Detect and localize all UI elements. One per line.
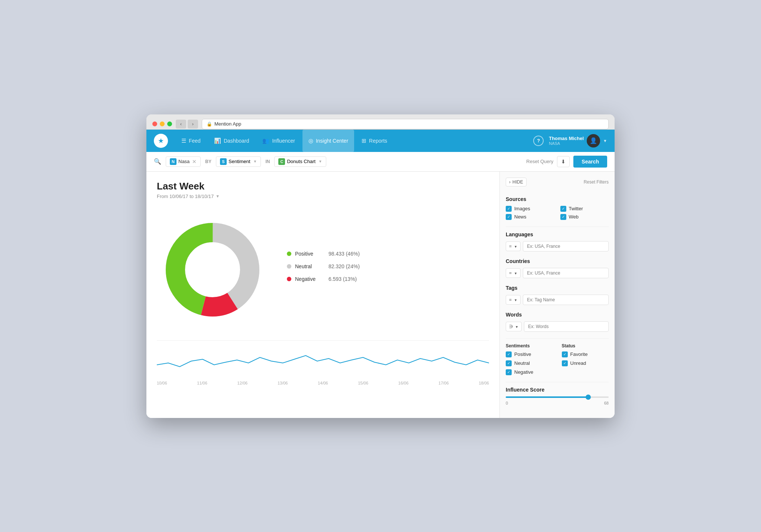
nav-item-influencer[interactable]: 👥 Influencer bbox=[256, 130, 301, 152]
browser-window: ‹ › 🔒 Mention App ★ ☰ Feed 📊 Dashboard bbox=[146, 114, 615, 418]
web-label: Web bbox=[569, 214, 579, 220]
nav-item-reports-label: Reports bbox=[369, 138, 387, 144]
positive-dot bbox=[287, 252, 291, 256]
sentiment-negative[interactable]: ✓ Negative bbox=[506, 369, 553, 375]
twitter-label: Twitter bbox=[569, 206, 583, 211]
sentiment-filter[interactable]: S Sentiment ▼ bbox=[216, 156, 261, 167]
nav-item-dashboard[interactable]: 📊 Dashboard bbox=[208, 130, 255, 152]
sentiment-neutral[interactable]: ✓ Neutral bbox=[506, 360, 553, 366]
address-bar[interactable]: 🔒 Mention App bbox=[202, 119, 609, 129]
date-range-chevron-icon[interactable]: ▼ bbox=[216, 194, 220, 198]
back-button[interactable]: ‹ bbox=[176, 120, 186, 129]
divider-1 bbox=[506, 227, 609, 227]
words-title: Words bbox=[506, 312, 609, 318]
source-twitter[interactable]: ✓ Twitter bbox=[560, 206, 609, 212]
words-op-select[interactable]: ∋ ▼ bbox=[506, 322, 522, 331]
neutral-label: Neutral bbox=[295, 263, 325, 269]
languages-title: Languages bbox=[506, 231, 609, 237]
countries-op-select[interactable]: = ▼ bbox=[506, 268, 521, 278]
web-checkbox[interactable]: ✓ bbox=[560, 214, 566, 220]
words-input-row: ∋ ▼ bbox=[506, 321, 609, 332]
source-images[interactable]: ✓ Images bbox=[506, 206, 554, 212]
sentiment-neutral-checkbox[interactable]: ✓ bbox=[506, 360, 512, 366]
languages-op-select[interactable]: = ▼ bbox=[506, 241, 521, 251]
close-button[interactable] bbox=[152, 121, 157, 126]
countries-input[interactable] bbox=[523, 268, 609, 278]
influence-slider-thumb[interactable] bbox=[586, 395, 591, 400]
help-button[interactable]: ? bbox=[533, 136, 544, 146]
sentiment-badge: S bbox=[220, 158, 227, 165]
divider-3 bbox=[506, 382, 609, 382]
sentiments-title: Sentiments bbox=[506, 343, 553, 348]
user-name: Thomas Michel bbox=[549, 136, 584, 142]
minimize-button[interactable] bbox=[160, 121, 165, 126]
reports-icon: ⊞ bbox=[362, 137, 366, 144]
reset-filters-button[interactable]: Reset Filters bbox=[584, 179, 609, 185]
source-web[interactable]: ✓ Web bbox=[560, 214, 609, 220]
images-checkbox[interactable]: ✓ bbox=[506, 206, 512, 212]
line-chart-svg bbox=[157, 344, 489, 378]
languages-section: Languages = ▼ bbox=[506, 231, 609, 252]
languages-input[interactable] bbox=[523, 241, 609, 252]
filter-tag-nasa[interactable]: N Nasa ✕ bbox=[166, 156, 201, 167]
maximize-button[interactable] bbox=[167, 121, 172, 126]
main-layout: Last Week From 10/06/17 to 18/10/17 ▼ bbox=[146, 172, 615, 418]
influence-slider-track[interactable] bbox=[506, 396, 609, 398]
status-unread-checkbox[interactable]: ✓ bbox=[562, 360, 568, 366]
positive-value: 98.433 (46%) bbox=[328, 251, 360, 257]
tags-title: Tags bbox=[506, 285, 609, 291]
words-op-text: ∋ bbox=[509, 324, 513, 329]
sentiment-positive[interactable]: ✓ Positive bbox=[506, 351, 553, 357]
forward-button[interactable]: › bbox=[188, 120, 198, 129]
source-news[interactable]: ✓ News bbox=[506, 214, 554, 220]
sentiments-column: Sentiments ✓ Positive ✓ Neutral ✓ bbox=[506, 343, 553, 375]
by-separator: BY bbox=[205, 159, 211, 164]
content-area: Last Week From 10/06/17 to 18/10/17 ▼ bbox=[146, 172, 499, 418]
influence-title: Influence Score bbox=[506, 387, 609, 393]
sentiment-chevron-icon: ▼ bbox=[253, 159, 257, 163]
insight-center-icon: ◎ bbox=[308, 137, 313, 144]
in-separator: IN bbox=[265, 159, 270, 164]
news-checkbox[interactable]: ✓ bbox=[506, 214, 512, 220]
nav-item-insight-center[interactable]: ◎ Insight Center bbox=[302, 130, 354, 152]
tags-input[interactable] bbox=[523, 295, 609, 305]
hide-button[interactable]: › HIDE bbox=[506, 178, 527, 186]
neutral-value: 82.320 (24%) bbox=[328, 263, 360, 269]
sentiment-positive-checkbox[interactable]: ✓ bbox=[506, 351, 512, 357]
sentiment-negative-checkbox[interactable]: ✓ bbox=[506, 369, 512, 375]
nav-logo[interactable]: ★ bbox=[154, 134, 168, 148]
x-label-7: 17/06 bbox=[438, 381, 449, 385]
search-button[interactable]: Search bbox=[573, 156, 607, 168]
status-favorite[interactable]: ✓ Favorite bbox=[562, 351, 609, 357]
twitter-checkbox[interactable]: ✓ bbox=[560, 206, 566, 212]
nav-item-feed[interactable]: ☰ Feed bbox=[175, 130, 207, 152]
donut-chart bbox=[157, 214, 268, 325]
words-input[interactable] bbox=[524, 321, 609, 332]
line-chart-area: 10/06 11/06 12/06 13/06 14/06 15/06 16/0… bbox=[157, 340, 489, 387]
tags-op-select[interactable]: = ▼ bbox=[506, 295, 521, 305]
chart-filter[interactable]: C Donuts Chart ▼ bbox=[274, 156, 326, 167]
status-unread[interactable]: ✓ Unread bbox=[562, 360, 609, 366]
search-bar-right: Reset Query ⬇ Search bbox=[526, 156, 607, 168]
status-favorite-label: Favorite bbox=[570, 351, 588, 357]
nav-item-reports[interactable]: ⊞ Reports bbox=[356, 130, 393, 152]
divider-2 bbox=[506, 338, 609, 339]
sources-section: Sources ✓ Images ✓ Twitter ✓ News bbox=[506, 196, 609, 220]
x-axis: 10/06 11/06 12/06 13/06 14/06 15/06 16/0… bbox=[157, 379, 489, 387]
neutral-dot bbox=[287, 264, 291, 269]
influence-max-label: 68 bbox=[604, 401, 609, 405]
nasa-close-icon[interactable]: ✕ bbox=[192, 159, 197, 165]
download-button[interactable]: ⬇ bbox=[557, 156, 570, 167]
chart-chevron-icon: ▼ bbox=[318, 159, 322, 163]
x-label-5: 15/06 bbox=[358, 381, 368, 385]
avatar: 👤 bbox=[587, 134, 600, 147]
user-info[interactable]: Thomas Michel NASA 👤 ▼ bbox=[549, 134, 607, 147]
status-title: Status bbox=[562, 343, 609, 348]
x-label-8: 18/06 bbox=[479, 381, 489, 385]
reset-query-button[interactable]: Reset Query bbox=[526, 159, 553, 164]
chart-badge: C bbox=[278, 158, 285, 165]
status-favorite-checkbox[interactable]: ✓ bbox=[562, 351, 568, 357]
languages-input-row: = ▼ bbox=[506, 241, 609, 252]
nav-item-insight-center-label: Insight Center bbox=[316, 138, 348, 144]
x-label-1: 11/06 bbox=[197, 381, 207, 385]
